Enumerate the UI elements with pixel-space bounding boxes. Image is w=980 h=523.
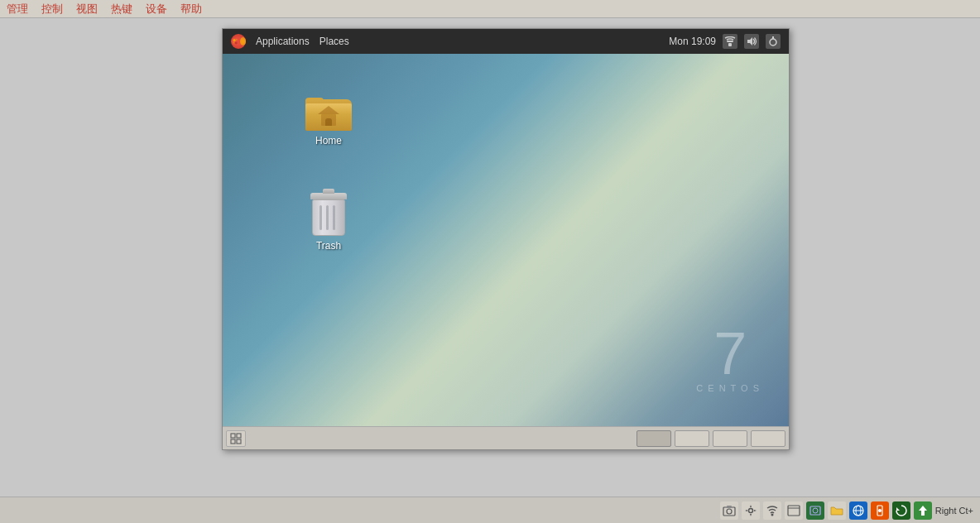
menu-item-device[interactable]: 设备: [146, 2, 167, 17]
menu-item-control[interactable]: 控制: [41, 2, 63, 17]
taskbar: [223, 426, 789, 449]
tray-label: Right Ct+: [935, 506, 973, 516]
clock-display: Mon 19:09: [669, 36, 716, 47]
home-icon[interactable]: Home: [295, 91, 362, 147]
svg-point-18: [771, 513, 773, 516]
centos-watermark: 7 CENTOS: [696, 324, 764, 393]
svg-point-0: [232, 37, 240, 46]
workspace-2[interactable]: [675, 430, 709, 447]
desktop-area[interactable]: Home Trash 7 CENTOS: [223, 54, 789, 426]
tray-folder-icon[interactable]: [828, 501, 846, 520]
network-icon[interactable]: [723, 34, 737, 49]
gnome-panel-right: Mon 19:09: [669, 34, 781, 49]
svg-point-27: [878, 509, 882, 512]
menu-item-manage[interactable]: 管理: [7, 2, 28, 17]
tray-vm-icon[interactable]: [806, 501, 824, 520]
svg-point-1: [233, 39, 235, 41]
menu-item-view[interactable]: 视图: [76, 2, 98, 17]
gnome-panel: Applications Places Mon 19:09: [223, 29, 789, 54]
tray-usb-icon[interactable]: [871, 501, 889, 520]
centos-number: 7: [696, 324, 764, 383]
trash-icon-label: Trash: [313, 239, 344, 252]
svg-point-22: [813, 508, 818, 513]
places-menu[interactable]: Places: [319, 36, 349, 47]
svg-point-2: [236, 39, 238, 41]
volume-icon[interactable]: [744, 34, 759, 49]
show-desktop-button[interactable]: [226, 430, 246, 447]
power-icon[interactable]: [766, 34, 781, 49]
menu-item-hotkey[interactable]: 热键: [111, 2, 132, 17]
trash-graphic: [308, 193, 349, 236]
workspace-3[interactable]: [713, 430, 747, 447]
svg-rect-19: [788, 506, 800, 516]
tray-settings-icon[interactable]: [742, 501, 760, 520]
applications-menu[interactable]: Applications: [256, 36, 310, 47]
tray-greenarrow-icon[interactable]: [914, 501, 932, 520]
tray-camera-icon[interactable]: [720, 501, 738, 520]
svg-marker-7: [747, 37, 752, 46]
home-folder-graphic: [305, 91, 352, 131]
system-tray: Right Ct+: [0, 497, 980, 523]
svg-rect-11: [237, 434, 241, 438]
svg-point-15: [727, 509, 732, 514]
svg-point-17: [748, 508, 752, 512]
trash-icon[interactable]: Trash: [295, 193, 362, 252]
home-icon-label: Home: [312, 134, 345, 147]
svg-point-3: [233, 41, 234, 43]
svg-rect-16: [727, 506, 732, 508]
svg-rect-13: [237, 439, 241, 444]
tray-browser-icon[interactable]: [849, 501, 867, 520]
svg-rect-12: [231, 439, 235, 444]
svg-point-4: [235, 42, 238, 45]
tray-window-icon[interactable]: [785, 501, 803, 520]
centos-text: CENTOS: [696, 383, 764, 393]
menu-item-help[interactable]: 帮助: [180, 2, 202, 17]
svg-rect-6: [727, 41, 733, 42]
svg-point-8: [770, 39, 776, 46]
desktop-window: Applications Places Mon 19:09: [222, 28, 790, 450]
tray-network2-icon[interactable]: [763, 501, 781, 520]
tray-update-icon[interactable]: [892, 501, 910, 520]
svg-marker-29: [919, 506, 927, 516]
svg-rect-10: [231, 434, 235, 438]
gnome-panel-left: Applications Places: [231, 34, 349, 49]
svg-marker-28: [896, 507, 900, 511]
svg-rect-5: [728, 43, 732, 46]
top-menu-bar: 管理 控制 视图 热键 设备 帮助: [0, 0, 980, 18]
gnome-logo-icon[interactable]: [231, 34, 246, 49]
workspace-1[interactable]: [637, 430, 671, 447]
workspace-4[interactable]: [751, 430, 785, 447]
